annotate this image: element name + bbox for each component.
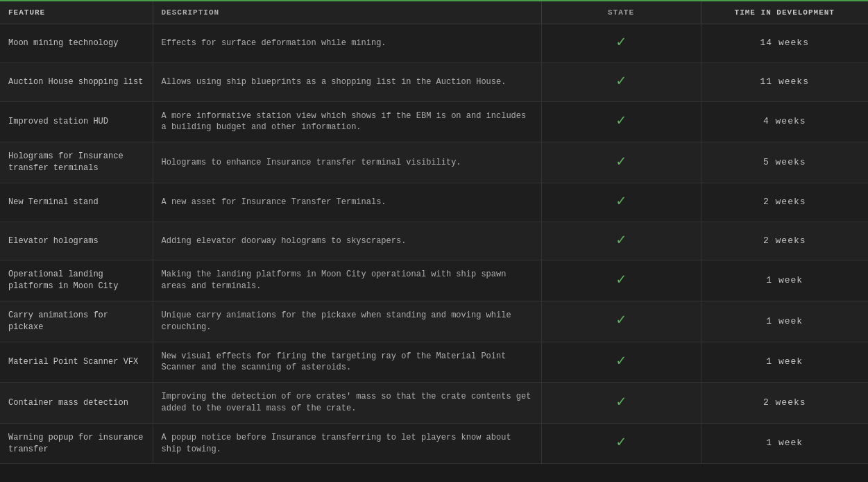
cell-state: ✓ <box>541 383 701 424</box>
cell-description: Making the landing platforms in Moon Cit… <box>153 260 541 301</box>
cell-description: Improving the detection of ore crates' m… <box>153 383 541 424</box>
check-icon: ✓ <box>616 270 625 292</box>
time-value: 1 week <box>766 356 803 367</box>
check-icon: ✓ <box>616 152 625 174</box>
cell-description: Unique carry animations for the pickaxe … <box>153 301 541 342</box>
cell-feature: Material Point Scanner VFX <box>0 342 153 383</box>
cell-state: ✓ <box>541 183 701 222</box>
cell-description: Effects for surface deformation while mi… <box>153 24 541 63</box>
cell-state: ✓ <box>541 423 701 464</box>
cell-description: A new asset for Insurance Transfer Termi… <box>153 183 541 222</box>
cell-state: ✓ <box>541 63 701 101</box>
cell-feature: Improved station HUD <box>0 101 153 142</box>
table-row: Carry animations for pickaxeUnique carry… <box>0 301 868 342</box>
header-description: DESCRIPTION <box>153 1 541 24</box>
check-icon: ✓ <box>616 433 625 454</box>
time-value: 2 weeks <box>763 235 806 246</box>
table-row: Moon mining technologyEffects for surfac… <box>0 24 868 63</box>
cell-time: 1 week <box>701 423 868 464</box>
time-value: 2 weeks <box>763 197 806 207</box>
cell-time: 1 week <box>701 260 868 301</box>
cell-state: ✓ <box>541 24 701 63</box>
table-row: Container mass detectionImproving the de… <box>0 383 868 424</box>
cell-state: ✓ <box>541 142 701 183</box>
time-value: 1 week <box>766 438 803 448</box>
table-row: New Terminal standA new asset for Insura… <box>0 183 868 222</box>
header-state: STATE <box>541 1 701 24</box>
header-feature: FEATURE <box>0 1 153 24</box>
cell-time: 1 week <box>701 301 868 342</box>
cell-feature: Container mass detection <box>0 383 153 424</box>
cell-time: 5 weeks <box>701 142 868 183</box>
cell-state: ✓ <box>541 301 701 342</box>
check-icon: ✓ <box>616 231 625 252</box>
cell-time: 2 weeks <box>701 383 868 424</box>
table-row: Material Point Scanner VFXNew visual eff… <box>0 342 868 383</box>
cell-description: A more informative station view which sh… <box>153 101 541 142</box>
cell-state: ✓ <box>541 342 701 383</box>
check-icon: ✓ <box>616 351 625 373</box>
check-icon: ✓ <box>616 72 625 93</box>
cell-description: Allows using ship blueprints as a shoppi… <box>153 63 541 101</box>
cell-description: Adding elevator doorway holograms to sky… <box>153 222 541 260</box>
check-icon: ✓ <box>616 111 625 133</box>
cell-state: ✓ <box>541 260 701 301</box>
check-icon: ✓ <box>616 33 625 54</box>
cell-feature: Carry animations for pickaxe <box>0 301 153 342</box>
feature-table-container: FEATURE DESCRIPTION STATE TIME IN DEVELO… <box>0 0 868 464</box>
cell-time: 11 weeks <box>701 63 868 101</box>
cell-state: ✓ <box>541 101 701 142</box>
cell-feature: New Terminal stand <box>0 183 153 222</box>
table-row: Operational landing platforms in Moon Ci… <box>0 260 868 301</box>
cell-time: 14 weeks <box>701 24 868 63</box>
check-icon: ✓ <box>616 392 625 414</box>
table-row: Improved station HUDA more informative s… <box>0 101 868 142</box>
time-value: 2 weeks <box>763 397 806 408</box>
feature-table: FEATURE DESCRIPTION STATE TIME IN DEVELO… <box>0 1 868 464</box>
cell-description: Holograms to enhance Insurance transfer … <box>153 142 541 183</box>
time-value: 4 weeks <box>763 116 806 126</box>
table-header-row: FEATURE DESCRIPTION STATE TIME IN DEVELO… <box>0 1 868 24</box>
cell-state: ✓ <box>541 222 701 260</box>
time-value: 1 week <box>766 316 803 326</box>
cell-time: 2 weeks <box>701 183 868 222</box>
cell-feature: Elevator holograms <box>0 222 153 260</box>
cell-feature: Holograms for Insurance transfer termina… <box>0 142 153 183</box>
time-value: 1 week <box>766 275 803 285</box>
cell-feature: Warning popup for insurance transfer <box>0 423 153 464</box>
time-value: 11 weeks <box>760 76 809 87</box>
table-row: Auction House shopping listAllows using … <box>0 63 868 101</box>
header-time: TIME IN DEVELOPMENT <box>701 1 868 24</box>
table-row: Elevator hologramsAdding elevator doorwa… <box>0 222 868 260</box>
cell-description: New visual effects for firing the target… <box>153 342 541 383</box>
cell-time: 1 week <box>701 342 868 383</box>
cell-feature: Moon mining technology <box>0 24 153 63</box>
time-value: 5 weeks <box>763 157 806 167</box>
cell-time: 2 weeks <box>701 222 868 260</box>
cell-feature: Operational landing platforms in Moon Ci… <box>0 260 153 301</box>
table-row: Holograms for Insurance transfer termina… <box>0 142 868 183</box>
cell-time: 4 weeks <box>701 101 868 142</box>
time-value: 14 weeks <box>760 38 809 48</box>
cell-description: A popup notice before Insurance transfer… <box>153 423 541 464</box>
check-icon: ✓ <box>616 310 625 332</box>
cell-feature: Auction House shopping list <box>0 63 153 101</box>
check-icon: ✓ <box>616 192 625 213</box>
table-row: Warning popup for insurance transferA po… <box>0 423 868 464</box>
